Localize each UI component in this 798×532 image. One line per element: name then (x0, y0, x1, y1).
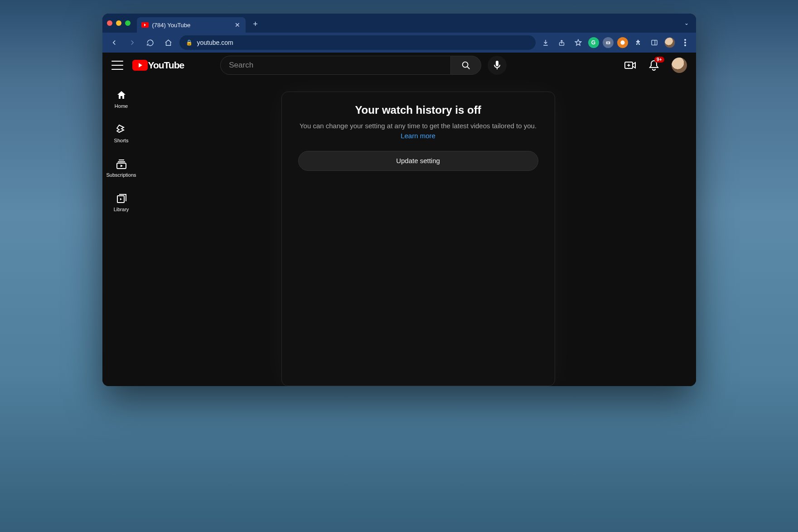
tab-close-button[interactable]: ✕ (235, 21, 240, 29)
home-button[interactable] (161, 35, 176, 50)
sidebar-item-subscriptions[interactable]: Subscriptions (102, 152, 140, 184)
extension-grammarly-icon[interactable]: G (588, 37, 599, 48)
youtube-logo[interactable]: YouTube (132, 60, 184, 71)
svg-rect-11 (496, 61, 498, 66)
chrome-profile-avatar[interactable] (664, 37, 675, 48)
back-button[interactable] (107, 35, 121, 50)
account-avatar[interactable] (672, 58, 687, 73)
toolbar-actions: G (539, 36, 692, 49)
create-button[interactable] (624, 59, 636, 71)
svg-rect-4 (652, 40, 657, 45)
share-button[interactable] (556, 36, 568, 49)
tab-strip: (784) YouTube ✕ + ⌄ (102, 14, 696, 33)
lock-icon: 🔒 (186, 39, 193, 46)
tab-overflow-button[interactable]: ⌄ (682, 18, 692, 28)
card-body: You can change your setting at any time … (298, 121, 538, 141)
window-zoom-button[interactable] (125, 20, 131, 26)
main-content: Your watch history is off You can change… (140, 78, 696, 386)
voice-search-button[interactable] (488, 56, 507, 75)
svg-point-3 (620, 40, 624, 44)
youtube-logo-icon (132, 60, 148, 71)
browser-toolbar: 🔒 youtube.com G (102, 33, 696, 53)
sidebar-item-label: Home (115, 103, 128, 109)
window-minimize-button[interactable] (116, 20, 121, 26)
search-icon (461, 60, 471, 70)
sidebar-item-shorts[interactable]: Shorts (102, 118, 140, 150)
reload-button[interactable] (143, 35, 158, 50)
watch-history-off-card: Your watch history is off You can change… (281, 92, 555, 386)
svg-point-2 (607, 42, 609, 44)
sidebar-item-library[interactable]: Library (102, 187, 140, 218)
sidebar-item-label: Subscriptions (106, 172, 136, 178)
chrome-menu-button[interactable] (679, 36, 692, 49)
new-tab-button[interactable]: + (249, 18, 262, 30)
youtube-app: YouTube 9+ (102, 53, 696, 386)
youtube-favicon-icon (141, 22, 149, 28)
svg-point-8 (684, 44, 686, 46)
url-text: youtube.com (197, 39, 233, 46)
search-box[interactable] (220, 56, 450, 75)
content-area: Home Shorts Subscriptions Library Your w (102, 78, 696, 386)
card-title: Your watch history is off (298, 104, 538, 116)
extension-camera-icon[interactable] (603, 37, 614, 48)
window-close-button[interactable] (107, 20, 112, 26)
learn-more-link[interactable]: Learn more (401, 132, 435, 140)
svg-point-6 (684, 39, 686, 41)
guide-menu-button[interactable] (111, 61, 123, 70)
notification-badge: 9+ (654, 57, 664, 63)
window-controls (107, 20, 131, 26)
microphone-icon (493, 61, 501, 70)
browser-window: (784) YouTube ✕ + ⌄ 🔒 youtube.com G (102, 14, 696, 386)
library-icon (116, 193, 127, 204)
search-form (220, 56, 507, 75)
downloads-button[interactable] (539, 36, 552, 49)
youtube-logo-text: YouTube (148, 60, 184, 71)
notifications-button[interactable]: 9+ (648, 59, 660, 71)
sidebar-item-label: Library (114, 207, 129, 212)
address-bar[interactable]: 🔒 youtube.com (179, 35, 536, 50)
mini-guide: Home Shorts Subscriptions Library (102, 78, 140, 386)
search-button[interactable] (450, 56, 481, 75)
extension-reddit-icon[interactable] (617, 37, 628, 48)
forward-button[interactable] (125, 35, 140, 50)
sidebar-item-label: Shorts (114, 138, 129, 143)
subscriptions-icon (116, 159, 127, 169)
browser-tab[interactable]: (784) YouTube ✕ (137, 17, 246, 33)
masthead: YouTube 9+ (102, 53, 696, 78)
search-input[interactable] (229, 61, 442, 70)
card-body-text: You can change your setting at any time … (300, 122, 537, 130)
shorts-icon (116, 124, 126, 135)
tab-title: (784) YouTube (152, 22, 191, 29)
extensions-button[interactable] (632, 36, 644, 49)
sidepanel-button[interactable] (648, 36, 661, 49)
create-video-icon (624, 61, 636, 70)
svg-line-10 (467, 67, 469, 69)
masthead-actions: 9+ (624, 58, 687, 73)
update-setting-button[interactable]: Update setting (298, 151, 538, 171)
home-icon (116, 90, 127, 101)
sidebar-item-home[interactable]: Home (102, 83, 140, 115)
svg-point-9 (463, 62, 468, 68)
svg-point-7 (684, 42, 686, 44)
bookmark-button[interactable] (572, 36, 585, 49)
